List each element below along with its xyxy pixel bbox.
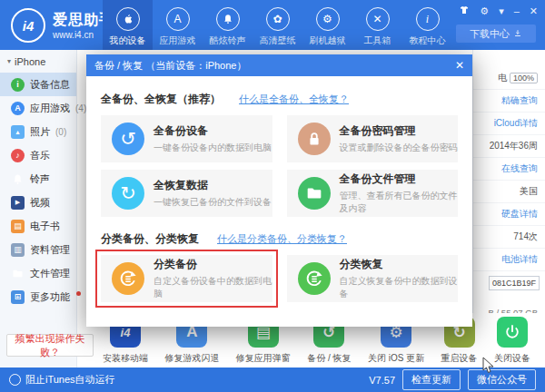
- sidebar-item-more-features[interactable]: ⊞ 更多功能: [0, 285, 76, 309]
- battery-row: 电 100%: [473, 67, 545, 90]
- battery-percent-badge: 100%: [510, 73, 538, 83]
- card-desc: 自定义备份设备中的数据到电脑: [154, 275, 272, 300]
- card-title: 全恢复数据: [154, 178, 272, 193]
- tab-label: 刷机越狱: [310, 34, 346, 47]
- charge-count-value: 714次: [473, 226, 545, 249]
- bell-icon: [11, 172, 25, 186]
- sidebar-item-ringtones[interactable]: 铃声: [0, 167, 76, 191]
- sidebar-item-label: 资料管理: [30, 243, 70, 257]
- tab-apps-games[interactable]: A 应用游戏: [153, 0, 203, 50]
- full-backup-device-card[interactable]: ↺ 全备份设备 一键备份设备内的数据到电脑: [101, 115, 272, 162]
- card-desc: 管理、查看所有已备份的文件及内容: [340, 190, 459, 215]
- sidebar-item-ebooks[interactable]: ▤ 电子书: [0, 214, 76, 238]
- backup-password-card[interactable]: 全备份密码管理 设置或删除设备的全备份密码: [287, 115, 459, 162]
- download-center-button[interactable]: 下载中心: [456, 24, 536, 43]
- minimize-icon[interactable]: –: [514, 6, 520, 16]
- sidebar-item-label: 应用游戏: [30, 102, 70, 115]
- tab-label: 教程中心: [410, 34, 446, 47]
- section-title: 全备份、全恢复（推荐）: [101, 92, 221, 107]
- tool-label: 重启设备: [441, 352, 478, 365]
- skin-icon[interactable]: [459, 5, 470, 17]
- sidebar-item-music[interactable]: ♪ 音乐: [0, 143, 76, 167]
- what-is-full-backup-link[interactable]: 什么是全备份、全恢复？: [239, 93, 349, 106]
- category-restore-icon: [298, 262, 331, 295]
- item-count: (4): [75, 103, 86, 113]
- close-icon[interactable]: ✕: [530, 6, 538, 16]
- status-bar: 阻止iTunes自动运行 V7.57 检查更新 微信公众号: [0, 368, 545, 392]
- icloud-detail-link[interactable]: iCloud详情: [473, 113, 545, 135]
- card-title: 分类恢复: [340, 257, 459, 272]
- nav-tabs: 我的设备 A 应用游戏 酷炫铃声 ✿ 高清壁纸 ⚙ 刷机越狱 ✕ 工具箱 i 教…: [103, 0, 452, 50]
- full-restore-data-card[interactable]: ↻ 全恢复数据 一键恢复已备份的文件到设备: [101, 170, 272, 217]
- chevron-down-icon: ▾: [7, 57, 11, 65]
- check-update-button[interactable]: 检查更新: [402, 369, 461, 390]
- tab-label: 酷炫铃声: [210, 34, 246, 47]
- production-week-value: 2014年36周: [473, 135, 545, 158]
- block-itunes-toggle[interactable]: 阻止iTunes自动运行: [9, 373, 115, 387]
- tab-wallpapers[interactable]: ✿ 高清壁纸: [253, 0, 302, 50]
- sidebar-item-videos[interactable]: ▶ 视频: [0, 191, 76, 214]
- tab-toolbox[interactable]: ✕ 工具箱: [352, 0, 402, 50]
- what-is-category-backup-link[interactable]: 什么是分类备份、分类恢复？: [217, 232, 347, 246]
- backup-restore-dialog: 备份 / 恢复 （当前设备：iPhone） ✕ 全备份、全恢复（推荐） 什么是全…: [86, 54, 472, 327]
- battery-label: 电: [498, 72, 507, 84]
- sidebar-item-label: 铃声: [30, 172, 50, 186]
- data-card-icon: ▥: [11, 243, 25, 257]
- disk-detail-link[interactable]: 硬盘详情: [473, 203, 545, 226]
- sidebar-item-file-management[interactable]: 文件管理: [0, 261, 76, 285]
- category-backup-icon: [112, 262, 144, 295]
- sidebar-item-data-management[interactable]: ▥ 资料管理: [0, 238, 76, 261]
- backup-file-management-card[interactable]: 全备份文件管理 管理、查看所有已备份的文件及内容: [287, 170, 459, 217]
- serial-number-value: 081C1B19F: [489, 276, 540, 290]
- music-note-icon: ♪: [11, 149, 25, 162]
- dialog-header[interactable]: 备份 / 恢复 （当前设备：iPhone） ✕: [86, 54, 472, 76]
- menu-dropdown-icon[interactable]: ▾: [499, 6, 504, 16]
- tab-ringtones[interactable]: 酷炫铃声: [203, 0, 253, 50]
- apple-icon: [116, 7, 140, 31]
- dialog-title: 备份 / 恢复 （当前设备：iPhone）: [94, 59, 246, 73]
- sidebar-item-photos[interactable]: ▲ 照片 (0): [0, 120, 76, 143]
- tab-my-devices[interactable]: 我的设备: [103, 0, 153, 50]
- device-tree-header[interactable]: ▾ iPhone: [0, 50, 76, 73]
- settings-gear-icon[interactable]: ⚙: [480, 6, 489, 16]
- frequent-failure-help-button[interactable]: 频繁出现操作失败？: [6, 334, 94, 357]
- category-backup-card[interactable]: 分类备份 自定义备份设备中的数据到电脑: [101, 255, 272, 302]
- battery-detail-link[interactable]: 电池详情: [473, 249, 545, 271]
- close-icon[interactable]: ✕: [455, 59, 464, 72]
- app-logo: i4 爱思助手 www.i4.cn: [11, 8, 114, 43]
- bell-icon: [216, 7, 240, 31]
- device-name: iPhone: [15, 56, 45, 67]
- card-desc: 自定义恢复备份中的数据到设备: [340, 275, 459, 300]
- online-query-link[interactable]: 在线查询: [473, 158, 545, 181]
- tab-tutorials[interactable]: i 教程中心: [402, 0, 452, 50]
- card-desc: 一键备份设备内的数据到电脑: [154, 142, 272, 154]
- sidebar-item-label: 设备信息: [30, 78, 70, 92]
- tool-label: 关闭 iOS 更新: [368, 352, 424, 365]
- sidebar-item-label: 更多功能: [30, 290, 70, 304]
- precise-query-link[interactable]: 精确查询: [473, 90, 545, 113]
- tool-label: 备份 / 恢复: [307, 352, 351, 365]
- sidebar: ▾ iPhone i 设备信息 A 应用游戏 (4) ▲ 照片 (0) ♪ 音乐…: [0, 50, 77, 368]
- tab-flash-jailbreak[interactable]: ⚙ 刷机越狱: [302, 0, 352, 50]
- device-info-icon: i: [11, 78, 25, 92]
- photo-icon: ▲: [11, 125, 25, 139]
- tool-label: 安装移动端: [103, 352, 148, 365]
- radio-circle-icon: [9, 374, 21, 386]
- wechat-official-button[interactable]: 微信公众号: [468, 369, 536, 390]
- item-count: (0): [55, 127, 66, 137]
- lock-icon: [298, 122, 331, 155]
- category-restore-card[interactable]: 分类恢复 自定义恢复备份中的数据到设备: [287, 255, 459, 302]
- serial-number-row: 081C1B19F: [473, 271, 545, 295]
- shutdown-device-button[interactable]: 关闭设备: [494, 317, 530, 368]
- sidebar-item-label: 视频: [30, 196, 50, 210]
- sidebar-item-device-info[interactable]: i 设备信息: [0, 73, 76, 96]
- tool-label: 修复游戏闪退: [164, 352, 219, 365]
- restore-arrow-icon: ↻: [112, 177, 144, 210]
- block-itunes-label: 阻止iTunes自动运行: [25, 373, 115, 387]
- sidebar-item-apps-games[interactable]: A 应用游戏 (4): [0, 96, 76, 120]
- download-center-label: 下载中心: [470, 27, 510, 41]
- video-icon: ▶: [11, 196, 25, 210]
- appstore-icon: A: [11, 102, 25, 115]
- notification-dot: [76, 291, 81, 296]
- appstore-icon: A: [166, 7, 190, 31]
